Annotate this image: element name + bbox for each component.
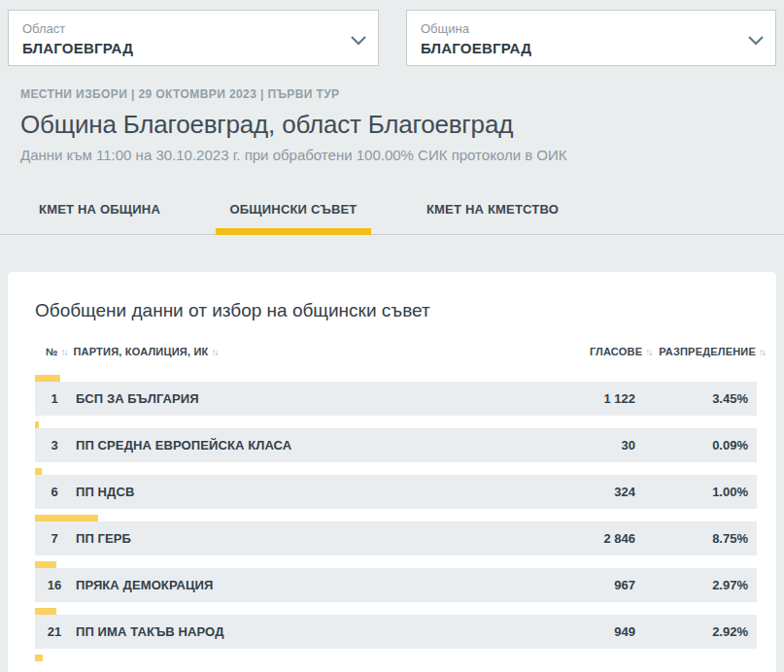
row-number: 21 bbox=[47, 624, 62, 639]
column-header-number-label: № bbox=[46, 346, 57, 357]
column-header-party-label: ПАРТИЯ, КОАЛИЦИЯ, ИК bbox=[73, 346, 208, 357]
share-bar bbox=[35, 561, 56, 568]
share-percent: 2.92% bbox=[635, 624, 748, 639]
row-number: 16 bbox=[47, 578, 62, 592]
votes-count: 949 bbox=[548, 624, 635, 639]
processing-status: Данни към 11:00 на 30.10.2023 г. при обр… bbox=[20, 147, 764, 163]
table-row[interactable]: 3 ПП СРЕДНА ЕВРОПЕЙСКА КЛАСА 30 0.09% bbox=[35, 421, 757, 462]
row-number: 6 bbox=[47, 485, 62, 499]
region-select-label: Област bbox=[22, 21, 339, 36]
party-name: ПП СРЕДНА ЕВРОПЕЙСКА КЛАСА bbox=[76, 438, 291, 453]
share-bar bbox=[35, 421, 39, 428]
table-row[interactable]: 6 ПП НДСВ 324 1.00% bbox=[35, 468, 757, 509]
municipality-select[interactable]: Община БЛАГОЕВГРАД bbox=[406, 10, 776, 66]
share-bar bbox=[35, 375, 60, 382]
column-header-party[interactable]: ПАРТИЯ, КОАЛИЦИЯ, ИК ↑↓ bbox=[73, 346, 589, 357]
table-row[interactable] bbox=[35, 655, 757, 661]
municipality-select-value: БЛАГОЕВГРАД bbox=[421, 40, 736, 56]
page-header: МЕСТНИ ИЗБОРИ | 29 ОКТОМВРИ 2023 | ПЪРВИ… bbox=[0, 66, 784, 163]
chevron-down-icon bbox=[748, 32, 764, 50]
table-row[interactable]: 7 ПП ГЕРБ 2 846 8.75% bbox=[35, 515, 757, 555]
results-card: Обобщени данни от избор на общински съве… bbox=[8, 272, 776, 672]
column-header-share-label: РАЗПРЕДЕЛЕНИЕ bbox=[659, 346, 756, 357]
results-table-body: 1 БСП ЗА БЪЛГАРИЯ 1 122 3.45% 3 ПП СРЕДН… bbox=[8, 375, 776, 661]
sort-icon[interactable]: ↑↓ bbox=[759, 347, 765, 357]
sort-icon[interactable]: ↑↓ bbox=[211, 347, 217, 357]
share-percent: 3.45% bbox=[635, 391, 748, 406]
party-name: ПП ИМА ТАКЪВ НАРОД bbox=[76, 624, 224, 639]
tab-mayor-municipality[interactable]: КМЕТ НА ОБЩИНА bbox=[39, 190, 160, 235]
share-percent: 1.00% bbox=[635, 485, 748, 499]
share-percent: 2.97% bbox=[635, 578, 748, 592]
share-percent: 8.75% bbox=[635, 531, 748, 546]
results-card-title: Обобщени данни от избор на общински съве… bbox=[8, 300, 776, 321]
column-header-share[interactable]: РАЗПРЕДЕЛЕНИЕ ↑↓ bbox=[659, 346, 765, 357]
votes-count: 30 bbox=[548, 438, 635, 453]
share-percent: 0.09% bbox=[635, 438, 748, 453]
votes-count: 1 122 bbox=[548, 391, 635, 406]
column-header-votes-label: ГЛАСОВЕ bbox=[590, 346, 642, 357]
table-header: № ↑↓ ПАРТИЯ, КОАЛИЦИЯ, ИК ↑↓ ГЛАСОВЕ ↑↓ … bbox=[8, 346, 776, 357]
table-row[interactable]: 1 БСП ЗА БЪЛГАРИЯ 1 122 3.45% bbox=[35, 375, 757, 416]
tab-mayor-kmetstvo[interactable]: КМЕТ НА КМЕТСТВО bbox=[426, 190, 559, 235]
tab-municipal-council[interactable]: ОБЩИНСКИ СЪВЕТ bbox=[229, 190, 357, 235]
row-number: 3 bbox=[47, 438, 62, 453]
municipality-select-label: Община bbox=[421, 21, 736, 36]
election-eyebrow: МЕСТНИ ИЗБОРИ | 29 ОКТОМВРИ 2023 | ПЪРВИ… bbox=[20, 87, 764, 101]
votes-count: 2 846 bbox=[548, 531, 635, 546]
tab-bar: КМЕТ НА ОБЩИНА ОБЩИНСКИ СЪВЕТ КМЕТ НА КМ… bbox=[0, 190, 784, 235]
row-number: 1 bbox=[47, 391, 62, 406]
share-bar bbox=[35, 468, 42, 475]
page-title: Община Благоевград, област Благоевград bbox=[20, 110, 764, 140]
party-name: БСП ЗА БЪЛГАРИЯ bbox=[76, 391, 199, 406]
table-row[interactable]: 21 ПП ИМА ТАКЪВ НАРОД 949 2.92% bbox=[35, 608, 757, 649]
row-number: 7 bbox=[47, 531, 62, 546]
party-name: ПРЯКА ДЕМОКРАЦИЯ bbox=[76, 578, 213, 592]
filter-bar: Област БЛАГОЕВГРАД Община БЛАГОЕВГРАД bbox=[0, 0, 784, 66]
sort-icon[interactable]: ↑↓ bbox=[60, 347, 66, 357]
chevron-down-icon bbox=[351, 32, 366, 50]
share-bar bbox=[35, 608, 56, 615]
share-bar bbox=[35, 515, 98, 521]
column-header-number[interactable]: № ↑↓ bbox=[46, 346, 66, 357]
column-header-votes[interactable]: ГЛАСОВЕ ↑↓ bbox=[590, 346, 651, 357]
votes-count: 967 bbox=[548, 578, 635, 592]
region-select[interactable]: Област БЛАГОЕВГРАД bbox=[8, 10, 379, 66]
party-name: ПП ГЕРБ bbox=[76, 531, 131, 546]
share-bar bbox=[35, 655, 43, 661]
party-name: ПП НДСВ bbox=[76, 485, 134, 499]
region-select-value: БЛАГОЕВГРАД bbox=[22, 40, 339, 56]
table-row[interactable]: 16 ПРЯКА ДЕМОКРАЦИЯ 967 2.97% bbox=[35, 561, 757, 602]
sort-icon[interactable]: ↑↓ bbox=[645, 347, 651, 357]
votes-count: 324 bbox=[548, 485, 635, 499]
